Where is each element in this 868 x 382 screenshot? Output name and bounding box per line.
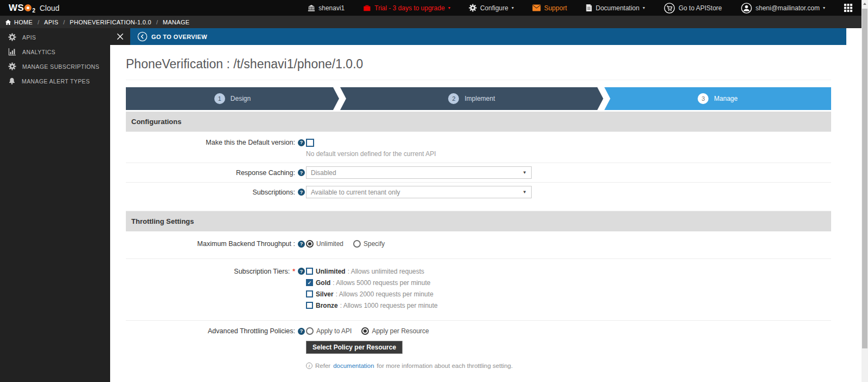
advanced-throttling-label: Advanced Throttling Policies: bbox=[208, 327, 295, 335]
gear-icon bbox=[469, 4, 477, 12]
form-row-subscription-tiers: Subscription Tiers: * ? Unlimited : Allo… bbox=[126, 259, 831, 321]
subscriptions-select[interactable]: Available to current tenant only ▼ bbox=[306, 186, 532, 198]
form-row-max-backend-throughput: Maximum Backend Throughput : ? Unlimited… bbox=[126, 231, 831, 259]
breadcrumb-manage[interactable]: MANAGE bbox=[163, 19, 189, 25]
main-content: PhoneVerification : /t/shenavi1/phone/1.… bbox=[126, 45, 831, 382]
default-version-checkbox[interactable] bbox=[306, 139, 314, 147]
radio-option-apply-per-resource[interactable]: Apply per Resource bbox=[361, 327, 429, 335]
logo-text-ws: WS bbox=[9, 3, 24, 14]
tenant-menu[interactable]: shenavi1 bbox=[308, 4, 344, 12]
step-label: Design bbox=[231, 95, 251, 102]
document-icon bbox=[585, 4, 592, 12]
radio-button bbox=[353, 240, 361, 248]
sidebar-item-label: MANAGE ALERT TYPES bbox=[22, 78, 90, 85]
tier-option-unlimited[interactable]: Unlimited : Allows unlimited requests bbox=[306, 266, 438, 277]
breadcrumb: HOME / APIS / PHONEVERIFICATION-1.0.0 / … bbox=[0, 16, 861, 28]
tier-option-bronze[interactable]: Bronze : Allows 1000 requests per minute bbox=[306, 300, 438, 311]
radio-option-apply-to-api[interactable]: Apply to API bbox=[306, 327, 352, 335]
help-icon[interactable]: ? bbox=[298, 241, 305, 248]
radio-button bbox=[361, 327, 369, 335]
tiers-label: Subscription Tiers: bbox=[234, 268, 290, 275]
step-label: Implement bbox=[464, 95, 495, 102]
field-control-group: No default version defined for the curre… bbox=[306, 139, 436, 158]
help-icon[interactable]: ? bbox=[298, 189, 305, 196]
breadcrumb-api-version[interactable]: PHONEVERIFICATION-1.0.0 bbox=[70, 19, 151, 25]
vertical-scrollbar[interactable] bbox=[861, 0, 868, 382]
trial-upgrade-menu[interactable]: Trial - 3 days to upgrade ▾ bbox=[363, 4, 450, 12]
field-label-group: Subscriptions: ? bbox=[126, 186, 305, 198]
envelope-icon bbox=[532, 4, 541, 11]
form-row-response-caching: Response Caching: ? Disabled ▼ bbox=[126, 163, 831, 183]
breadcrumb-home[interactable]: HOME bbox=[5, 19, 33, 25]
scrollbar-up-arrow-icon[interactable] bbox=[863, 3, 866, 5]
logo-o-icon bbox=[24, 4, 31, 11]
sidebar-item-analytics[interactable]: ANALYTICS bbox=[0, 44, 110, 59]
app-window: WS2 Cloud shenavi1 Trial - 3 days to upg… bbox=[0, 0, 868, 382]
response-caching-value: Disabled bbox=[311, 169, 336, 177]
wso2-cloud-logo[interactable]: WS2 Cloud bbox=[9, 3, 60, 14]
apistore-link[interactable]: Go to APIStore bbox=[663, 2, 722, 14]
bank-icon bbox=[308, 4, 315, 12]
field-control-group: Disabled ▼ bbox=[306, 166, 532, 179]
tier-option-gold[interactable]: ✓ Gold : Allows 5000 requests per minute bbox=[306, 277, 438, 288]
form-row-subscriptions: Subscriptions: ? Available to current te… bbox=[126, 183, 831, 211]
form-row-advanced-throttling: Advanced Throttling Policies: ? Apply to… bbox=[126, 321, 831, 382]
configure-menu[interactable]: Configure ▾ bbox=[469, 4, 514, 12]
help-icon[interactable]: ? bbox=[298, 268, 305, 275]
close-button[interactable] bbox=[110, 28, 130, 45]
chevron-down-icon: ▾ bbox=[643, 5, 645, 10]
info-icon: i bbox=[306, 362, 312, 369]
trial-label: Trial - 3 days to upgrade bbox=[374, 4, 445, 12]
tenant-name: shenavi1 bbox=[318, 4, 344, 12]
wizard-steps: 1 Design 2 Implement 3 Manage bbox=[126, 87, 831, 110]
subscriptions-label: Subscriptions: bbox=[252, 189, 295, 196]
app-grid-icon[interactable] bbox=[844, 3, 853, 12]
checkbox bbox=[306, 302, 313, 309]
logo-text-2: 2 bbox=[32, 8, 35, 14]
back-arrow-circle-icon bbox=[137, 31, 148, 42]
step-manage[interactable]: 3 Manage bbox=[604, 87, 831, 110]
radio-option-specify[interactable]: Specify bbox=[353, 240, 385, 248]
required-indicator: * bbox=[292, 268, 295, 275]
breadcrumb-separator: / bbox=[63, 19, 65, 25]
field-label-group: Maximum Backend Throughput : ? bbox=[126, 240, 305, 248]
bell-icon bbox=[8, 77, 16, 85]
user-account-menu[interactable]: sheni@mailinator.com ▾ bbox=[741, 2, 825, 14]
support-link[interactable]: Support bbox=[532, 4, 567, 12]
step-number-badge: 1 bbox=[214, 93, 225, 104]
step-design[interactable]: 1 Design bbox=[126, 87, 339, 110]
max-backend-radio-group: Unlimited Specify bbox=[306, 240, 385, 248]
throttling-note: i Refer documentation for more informati… bbox=[306, 362, 513, 369]
scrollbar-thumb[interactable] bbox=[862, 9, 867, 348]
documentation-link[interactable]: documentation bbox=[333, 362, 374, 369]
step-label: Manage bbox=[714, 95, 737, 102]
apis-gear-icon bbox=[8, 33, 16, 41]
go-to-overview-button[interactable]: GO TO OVERVIEW bbox=[130, 28, 846, 45]
sidebar-item-label: ANALYTICS bbox=[22, 49, 55, 55]
help-icon[interactable]: ? bbox=[298, 169, 305, 176]
tier-option-silver[interactable]: Silver : Allows 2000 requests per minute bbox=[306, 288, 438, 300]
briefcase-icon bbox=[363, 4, 371, 12]
help-icon[interactable]: ? bbox=[298, 139, 305, 146]
field-control-group: Apply to API Apply per Resource Select P… bbox=[306, 327, 513, 369]
breadcrumb-apis[interactable]: APIS bbox=[44, 19, 58, 25]
sidebar-item-manage-subscriptions[interactable]: MANAGE SUBSCRIPTIONS bbox=[0, 59, 110, 74]
section-header-configurations: Configurations bbox=[126, 112, 831, 132]
radio-button bbox=[306, 240, 314, 248]
sidebar-item-manage-alert-types[interactable]: MANAGE ALERT TYPES bbox=[0, 74, 110, 88]
radio-button bbox=[306, 327, 314, 335]
step-implement[interactable]: 2 Implement bbox=[340, 87, 603, 110]
form-row-default-version: Make this the Default version: ? No defa… bbox=[126, 132, 831, 163]
help-icon[interactable]: ? bbox=[298, 328, 305, 335]
advanced-throttling-radio-group: Apply to API Apply per Resource bbox=[306, 327, 513, 335]
radio-option-unlimited[interactable]: Unlimited bbox=[306, 240, 343, 248]
response-caching-select[interactable]: Disabled ▼ bbox=[306, 166, 532, 179]
left-sidebar: APIS ANALYTICS MANAGE SUBSCRIPTIONS MANA… bbox=[0, 28, 110, 382]
documentation-menu[interactable]: Documentation ▾ bbox=[585, 4, 645, 12]
top-navigation-bar: WS2 Cloud shenavi1 Trial - 3 days to upg… bbox=[0, 0, 861, 16]
support-label: Support bbox=[544, 4, 567, 12]
select-policy-per-resource-button[interactable]: Select Policy per Resource bbox=[306, 341, 403, 354]
check-icon: ✓ bbox=[308, 280, 312, 286]
sidebar-item-apis[interactable]: APIS bbox=[0, 30, 110, 44]
default-version-label: Make this the Default version: bbox=[206, 139, 295, 146]
